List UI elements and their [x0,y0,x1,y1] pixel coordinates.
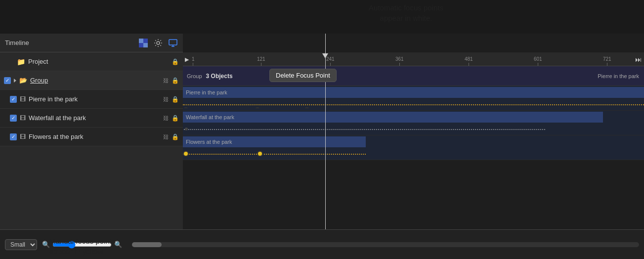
clip2-link: ⛓ [163,115,169,121]
track3-label: Flowers at the park [186,139,232,145]
zoom-controls: 🔍 🔍 [42,241,122,249]
bottom-bar: Small 🔍 🔍 [0,229,644,259]
clip3-label: Flowers at the park [29,133,160,140]
track3-top-bar: Flowers at the park [183,136,366,147]
ruler-marks: 1 121 241 361 481 601 721 ⏭ [183,52,644,66]
project-label: Project [28,58,169,65]
svg-rect-3 [139,43,143,47]
ruler-mark-721: 721 [603,56,611,66]
clip3-link: ⛓ [163,134,169,140]
film-icon-2: 🎞 [20,115,26,122]
track1-label: Pierre in the park [186,89,227,95]
gear-icon[interactable] [153,38,163,48]
group-row: 📂 Group ⛓ 🔒 [0,71,183,90]
track-1: Pierre in the park [183,86,644,111]
group-lock-icon[interactable]: 🔒 [172,77,179,84]
h-scrollbar[interactable] [132,242,639,247]
clip2-label: Waterfall at the park [29,114,160,122]
svg-rect-5 [169,40,177,45]
ruler-mark-601: 601 [534,56,542,66]
track3-timeline [183,150,644,158]
annotation-top: Automatic focus points appear in white. [168,2,644,23]
svg-point-4 [157,42,160,44]
zoom-in-icon[interactable]: 🔍 [114,241,122,248]
zoom-out-icon[interactable]: 🔍 [42,241,50,248]
svg-rect-1 [143,43,148,47]
delete-focus-point-tooltip[interactable]: Delete Focus Point [269,69,337,82]
group-link-icon: ⛓ [163,78,169,84]
ruler: ▶ 1 121 241 361 481 601 721 ⏭ [183,52,644,66]
playhead-line [325,34,326,229]
group-track: Group 3 Objects Delete Focus Point Pierr… [183,66,644,86]
film-icon-3: 🎞 [20,133,26,140]
svg-rect-0 [139,39,143,43]
ruler-mark-1: 1 [192,56,195,66]
project-row: 📁 Project 🔒 [0,52,183,71]
folder-icon: 📁 [17,58,25,66]
ruler-mark-481: 481 [465,56,473,66]
group-checkbox[interactable] [4,77,11,84]
track2-label: Waterfall at the park [186,114,234,120]
track1-top-bar: Pierre in the park [183,87,644,98]
scrollbar-thumb[interactable] [132,242,162,247]
group-folder-icon: 📂 [19,77,27,84]
clip1-link: ⛓ [163,96,169,102]
track-2: Waterfall at the park [183,111,644,135]
zoom-slider[interactable] [52,241,112,249]
objects-label: 3 Objects [206,73,233,80]
track1-timeline [183,100,644,108]
track2-top-bar: Waterfall at the park [183,112,603,123]
track2-dot [185,128,188,130]
timeline-header: Timeline [0,34,183,52]
monitor-icon[interactable] [168,38,178,48]
group-label: Group [30,77,160,84]
focus-point-yellow-1[interactable] [183,107,189,108]
ruler-mark-121: 121 [257,56,265,66]
timeline-area: ▶ 1 121 241 361 481 601 721 ⏭ Group 3 Ob… [183,34,644,229]
svg-rect-2 [143,39,148,43]
clip1-checkbox[interactable] [10,96,17,103]
size-select[interactable]: Small [5,239,37,250]
sidebar-content: 📁 Project 🔒 📂 Group ⛓ 🔒 🎞 Pierre in the … [0,52,183,229]
track-3: Flowers at the park [183,135,644,160]
clip2-checkbox[interactable] [10,115,17,122]
focus-point-yellow-2[interactable] [304,107,310,108]
clip1-lock[interactable]: 🔒 [172,96,179,103]
lock-icon[interactable]: 🔒 [172,58,179,65]
clip2-lock[interactable]: 🔒 [172,115,179,122]
clip1-label: Pierre in the park [29,95,160,103]
clip-row-1: 🎞 Pierre in the park ⛓ 🔒 [0,90,183,109]
checkerboard-icon[interactable] [138,38,148,48]
track2-timeline [183,125,644,133]
skip-end-button[interactable]: ⏭ [635,55,642,63]
focus-point-yellow-4[interactable] [257,151,263,157]
focus-point-yellow-3[interactable] [183,151,189,157]
group-name-right: Pierre in the park [598,73,639,79]
group-track-label: Group [187,73,202,79]
expand-triangle[interactable] [14,79,16,83]
timeline-title: Timeline [5,39,133,46]
ruler-mark-361: 361 [395,56,404,66]
clip3-checkbox[interactable] [10,133,17,140]
clip-row-2: 🎞 Waterfall at the park ⛓ 🔒 [0,109,183,128]
focus-point-white-1[interactable] [255,107,260,108]
clip3-lock[interactable]: 🔒 [172,133,179,140]
clip-row-3: 🎞 Flowers at the park ⛓ 🔒 [0,128,183,146]
film-icon-1: 🎞 [20,96,26,103]
